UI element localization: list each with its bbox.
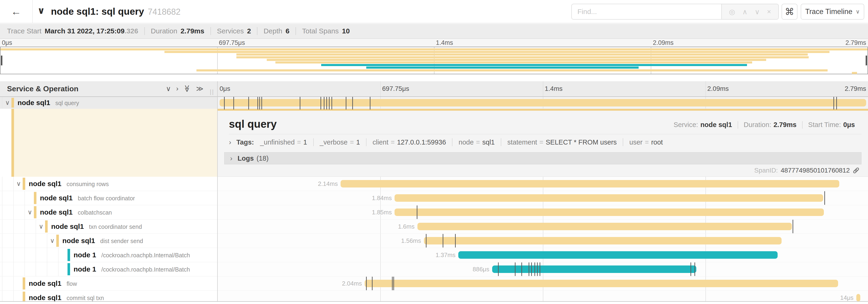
span-row-tree-cell[interactable]: ∨node sql1dist sender send [0, 234, 217, 248]
span-row-timeline-cell[interactable]: 1.56ms [218, 234, 868, 248]
minimap-span-bar [196, 69, 828, 71]
span-row[interactable]: node 1/cockroach.roachpb.Internal/Batch … [0, 248, 868, 262]
find-prev-icon[interactable]: ∧ [742, 8, 747, 16]
span-row-tree-cell[interactable]: ∨node sql1txn coordinator send [0, 219, 217, 234]
logs-section[interactable]: › Logs (18) [224, 152, 862, 164]
span-row-tree-cell[interactable]: node 1/cockroach.roachpb.Internal/Batch [0, 248, 217, 262]
tree-guide-line [2, 219, 2, 234]
span-row-timeline-cell[interactable]: 2.14ms [218, 177, 868, 191]
tag-key: client [373, 138, 389, 146]
log-marker [393, 277, 394, 290]
log-marker [793, 220, 793, 233]
find-clear-icon[interactable]: × [767, 8, 771, 15]
chevron-down-icon[interactable]: ∨ [5, 99, 10, 106]
chevron-down-icon[interactable]: ∨ [39, 223, 43, 230]
span-bar[interactable] [856, 294, 860, 301]
service-name: node sql1dist sender send [62, 237, 143, 245]
span-row-tree-cell[interactable]: ∨node sql1colbatchscan [0, 205, 217, 219]
span-bar[interactable] [220, 99, 866, 106]
span-bar[interactable] [424, 237, 782, 244]
span-row[interactable]: ∨node sql1sql query [0, 97, 868, 109]
link-icon[interactable] [851, 166, 861, 175]
collapse-one-icon[interactable]: ∨ [166, 85, 171, 93]
divider [501, 138, 501, 146]
back-button[interactable]: ← [0, 0, 33, 23]
span-row-timeline-cell[interactable]: 1.6ms [218, 219, 868, 234]
expand-all-icon[interactable]: ≫ [196, 85, 203, 93]
minimap-span-bar [366, 67, 639, 69]
span-row-tree-cell[interactable]: node 1/cockroach.roachpb.Internal/Batch [0, 262, 217, 276]
span-bar[interactable] [492, 266, 696, 273]
tags-section[interactable]: › Tags: _unfinished=1_verbose=1client=12… [229, 138, 663, 146]
tag-key: user [629, 138, 642, 146]
panel-divider[interactable] [217, 81, 218, 301]
service-name: node sql1sql query [18, 99, 79, 107]
tree-guide-line [2, 276, 2, 291]
minimap-left-handle[interactable] [1, 56, 2, 65]
log-marker [329, 97, 330, 109]
span-bar[interactable] [417, 223, 792, 230]
locate-icon[interactable]: ◎ [729, 8, 735, 16]
span-bar[interactable] [458, 251, 778, 259]
span-row[interactable]: node sql1flow 2.04ms [0, 276, 868, 291]
equals: = [391, 138, 395, 146]
trace-stats-bar: Trace Start March 31 2022, 17:25:09.326 … [0, 24, 868, 39]
log-marker [836, 97, 837, 109]
find-input[interactable] [571, 4, 721, 20]
trace-view-selector[interactable]: Trace Timeline ∨ [801, 4, 864, 20]
span-row[interactable]: node sql1commit sql txn 14μs [0, 291, 868, 302]
span-accent-bar [34, 192, 36, 204]
keyboard-shortcuts-button[interactable]: ⌘ [782, 4, 798, 20]
span-row[interactable]: ∨node sql1colbatchscan 1.85ms [0, 205, 868, 219]
service-name: node sql1flow [29, 279, 77, 288]
tree-guide-line [36, 262, 36, 276]
collapse-all-icon[interactable]: ≫ [183, 85, 191, 92]
span-bar[interactable] [395, 194, 823, 202]
operation-name: txn coordinator send [89, 224, 142, 230]
column-resize-grip[interactable]: || [210, 88, 214, 96]
span-row-timeline-cell[interactable] [218, 97, 868, 109]
span-row-timeline-cell[interactable]: 2.04ms [218, 276, 868, 291]
stat-services: Services 2 [217, 27, 251, 35]
span-row-timeline-cell[interactable]: 14μs [218, 291, 868, 302]
minimap-right-handle[interactable] [866, 56, 867, 65]
tree-guide-line [36, 219, 36, 234]
span-bar[interactable] [341, 180, 839, 188]
find-next-icon[interactable]: ∨ [755, 8, 760, 16]
chevron-down-icon[interactable]: ∨ [28, 208, 32, 216]
duration-label: Duration: [744, 121, 771, 129]
chevron-down-icon[interactable]: ∨ [17, 180, 21, 188]
span-row[interactable]: ∨node sql1dist sender send 1.56ms [0, 234, 868, 248]
span-bar[interactable] [395, 208, 824, 216]
log-marker [366, 277, 367, 290]
span-row-timeline-cell[interactable]: 1.85ms [218, 205, 868, 219]
span-row[interactable]: node sql1batch flow coordinator 1.84ms [0, 191, 868, 205]
minimap-ruler: 0μs697.75μs1.4ms2.09ms2.79ms [0, 39, 868, 47]
span-row-timeline-cell[interactable]: 886μs [218, 262, 868, 276]
span-row[interactable]: ∨node sql1txn coordinator send 1.6ms [0, 219, 868, 234]
chevron-down-icon[interactable]: ∨ [50, 237, 55, 244]
span-row-timeline-cell[interactable]: 1.37ms [218, 248, 868, 262]
chevron-right-icon: › [229, 138, 231, 146]
log-marker [332, 97, 332, 109]
log-marker [261, 97, 262, 109]
minimap-canvas[interactable] [0, 47, 868, 74]
span-row-tree-cell[interactable]: node sql1batch flow coordinator [0, 191, 217, 205]
span-row-tree-cell[interactable]: node sql1commit sql txn [0, 291, 217, 302]
tag-item: _verbose=1 [320, 138, 360, 146]
span-row-timeline-cell[interactable]: 1.84ms [218, 191, 868, 205]
span-accent-bar [23, 178, 25, 190]
span-row-tree-cell[interactable]: node sql1flow [0, 276, 217, 291]
span-row-tree-cell[interactable]: ∨node sql1sql query [0, 97, 217, 109]
span-row[interactable]: node 1/cockroach.roachpb.Internal/Batch … [0, 262, 868, 276]
minimap-span-bar [321, 64, 747, 66]
span-row-tree-cell[interactable]: ∨node sql1consuming rows [0, 177, 217, 191]
trace-collapse-caret-icon[interactable]: ∨ [37, 5, 45, 16]
tag-value: 1 [303, 138, 307, 146]
expand-one-icon[interactable]: › [176, 85, 179, 93]
span-row[interactable]: ∨node sql1consuming rows 2.14ms [0, 177, 868, 191]
divider [257, 27, 257, 35]
back-arrow-icon: ← [11, 6, 21, 17]
tree-guide-line [47, 234, 47, 248]
span-bar[interactable] [365, 280, 838, 287]
